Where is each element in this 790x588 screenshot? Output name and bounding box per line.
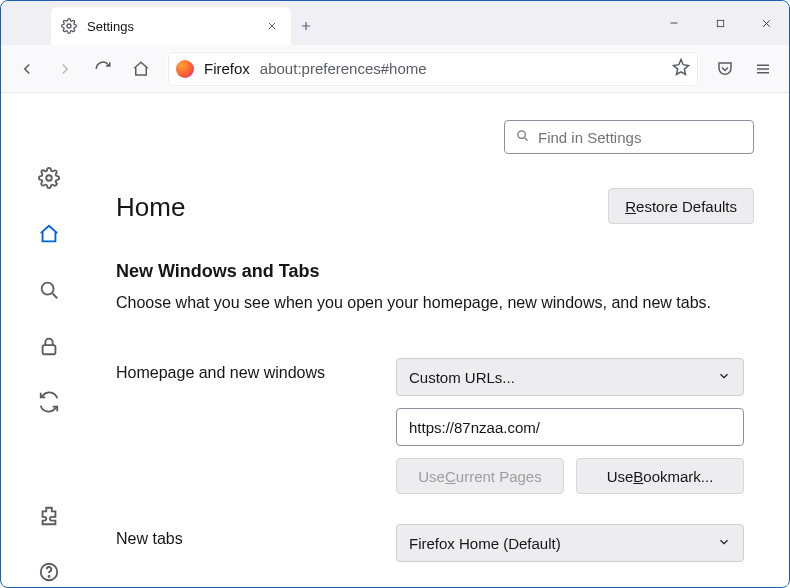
chevron-down-icon <box>717 369 731 386</box>
url-text: about:preferences#home <box>260 60 662 77</box>
find-input[interactable] <box>538 129 743 146</box>
use-bookmark-button[interactable]: Use Bookmark... <box>576 458 744 494</box>
forward-button[interactable] <box>47 52 83 86</box>
back-button[interactable] <box>9 52 45 86</box>
sidebar-item-privacy[interactable] <box>35 332 63 360</box>
home-button[interactable] <box>123 52 159 86</box>
pocket-button[interactable] <box>707 52 743 86</box>
svg-point-0 <box>67 24 71 28</box>
newtabs-row: New tabs Firefox Home (Default) <box>116 524 754 562</box>
tab-close-button[interactable] <box>263 17 281 35</box>
sidebar-item-extensions[interactable] <box>35 502 63 530</box>
address-bar[interactable]: Firefox about:preferences#home <box>167 51 699 87</box>
use-current-pages-button[interactable]: Use Current Pages <box>396 458 564 494</box>
window-minimize-button[interactable] <box>651 1 697 45</box>
search-icon <box>515 128 530 147</box>
svg-point-7 <box>518 130 526 138</box>
newtabs-label: New tabs <box>116 524 376 548</box>
gear-icon <box>61 18 77 34</box>
svg-point-2 <box>46 175 52 181</box>
firefox-icon <box>176 60 194 78</box>
select-value: Custom URLs... <box>409 369 515 386</box>
tab-label: Settings <box>87 19 253 34</box>
nav-toolbar: Firefox about:preferences#home <box>1 45 789 93</box>
sidebar <box>2 94 96 586</box>
sidebar-item-sync[interactable] <box>35 388 63 416</box>
svg-point-3 <box>42 283 54 295</box>
section-description: Choose what you see when you open your h… <box>116 292 754 314</box>
reload-button[interactable] <box>85 52 121 86</box>
homepage-row: Homepage and new windows Custom URLs... … <box>116 358 754 494</box>
window-maximize-button[interactable] <box>697 1 743 45</box>
bookmark-star-icon[interactable] <box>672 58 690 80</box>
app-menu-button[interactable] <box>745 52 781 86</box>
sidebar-item-support[interactable] <box>35 558 63 586</box>
titlebar: Settings <box>1 1 789 45</box>
restore-defaults-button[interactable]: Restore Defaults <box>608 188 754 224</box>
newtabs-select[interactable]: Firefox Home (Default) <box>396 524 744 562</box>
identity-label: Firefox <box>204 60 250 77</box>
svg-rect-1 <box>717 20 723 26</box>
homepage-url-input[interactable] <box>396 408 744 446</box>
sidebar-item-home[interactable] <box>35 220 63 248</box>
homepage-mode-select[interactable]: Custom URLs... <box>396 358 744 396</box>
select-value: Firefox Home (Default) <box>409 535 561 552</box>
svg-rect-4 <box>43 345 56 354</box>
window-close-button[interactable] <box>743 1 789 45</box>
section-heading: New Windows and Tabs <box>116 261 754 282</box>
tab-settings[interactable]: Settings <box>51 7 291 45</box>
sidebar-item-search[interactable] <box>35 276 63 304</box>
sidebar-item-general[interactable] <box>35 164 63 192</box>
main-panel: Home Restore Defaults New Windows and Ta… <box>96 94 788 586</box>
content-area: Home Restore Defaults New Windows and Ta… <box>2 94 788 586</box>
svg-point-6 <box>48 576 49 577</box>
new-tab-button[interactable] <box>291 7 321 45</box>
homepage-label: Homepage and new windows <box>116 358 376 382</box>
chevron-down-icon <box>717 535 731 552</box>
find-in-settings[interactable] <box>504 120 754 154</box>
